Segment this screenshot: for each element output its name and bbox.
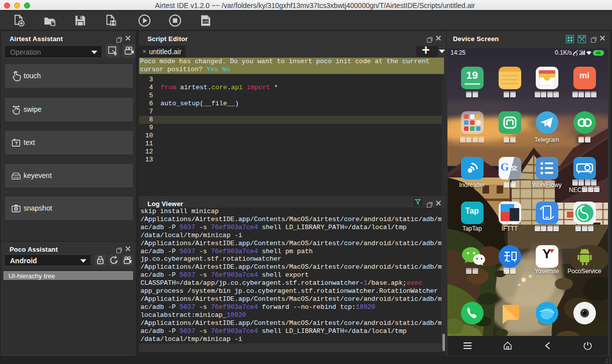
svg-text:LOG: LOG [203, 20, 209, 23]
svg-text:66: 66 [596, 51, 601, 55]
